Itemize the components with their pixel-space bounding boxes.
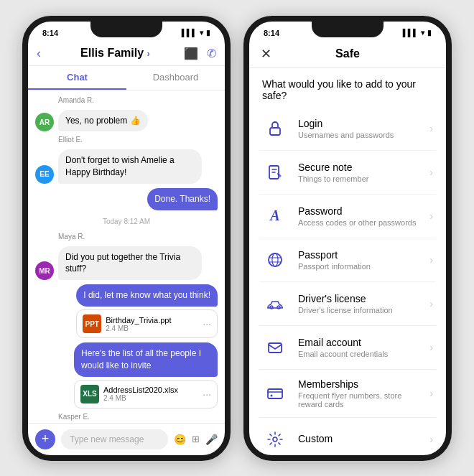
header-actions: ⬛ ✆ bbox=[184, 47, 216, 60]
item-title: Driver's license bbox=[298, 293, 419, 304]
voice-call-icon[interactable]: ✆ bbox=[207, 47, 216, 60]
message-placeholder: Type new message bbox=[70, 434, 159, 444]
image-icon[interactable]: ⊞ bbox=[192, 434, 200, 445]
message-bubble-own: Here's the list of all the people I woul… bbox=[74, 342, 218, 377]
file-size: 2.4 MB bbox=[106, 325, 198, 332]
chevron-right-icon: › bbox=[429, 210, 433, 222]
safe-item-text: Custom bbox=[298, 433, 419, 446]
safe-title: Safe bbox=[278, 47, 417, 60]
notch bbox=[90, 22, 162, 37]
status-icons-1: ▌▌▌ ▾ ▮ bbox=[182, 29, 210, 37]
safe-header: ✕ Safe bbox=[249, 42, 446, 68]
mic-icon[interactable]: 🎤 bbox=[205, 434, 218, 445]
message-row: MR Did you put together the Trivia stuff… bbox=[35, 246, 218, 281]
password-icon: A bbox=[262, 203, 288, 229]
tabs-bar: Chat Dashboard bbox=[28, 66, 225, 90]
safe-item-passport[interactable]: Passport Passport information › bbox=[259, 238, 436, 282]
file-attachment[interactable]: PPT Birthday_Trivia.ppt 2.4 MB ··· bbox=[76, 309, 218, 338]
safe-item-text: Memberships Frequent flyer numbers, stor… bbox=[298, 378, 419, 409]
safe-item-login[interactable]: Login Usernames and passwords › bbox=[259, 107, 436, 151]
emoji-icon[interactable]: 😊 bbox=[174, 434, 186, 445]
safe-items-list: Login Usernames and passwords › Secure n… bbox=[249, 107, 446, 455]
item-title: Secure note bbox=[298, 162, 419, 173]
safe-item-text: Driver's license Driver's license inform… bbox=[298, 293, 419, 314]
sender-label: Amanda R. bbox=[58, 96, 218, 104]
email-icon bbox=[262, 335, 288, 360]
item-subtitle: Passport information bbox=[298, 262, 419, 271]
time-2: 8:14 bbox=[264, 29, 279, 37]
video-call-icon[interactable]: ⬛ bbox=[184, 47, 198, 60]
input-icons: 😊 ⊞ 🎤 bbox=[174, 434, 218, 445]
item-subtitle: Driver's license information bbox=[298, 306, 419, 314]
safe-phone: 8:14 ▌▌▌ ▾ ▮ ✕ Safe What would you like … bbox=[243, 16, 452, 461]
message-input[interactable]: Type new message bbox=[61, 429, 168, 449]
svg-point-5 bbox=[277, 306, 280, 309]
notch-2 bbox=[312, 22, 384, 37]
chevron-right-icon: › bbox=[429, 342, 433, 353]
safe-item-drivers-license[interactable]: Driver's license Driver's license inform… bbox=[259, 282, 436, 326]
item-subtitle: Email account credentials bbox=[298, 350, 419, 358]
message-bubble: Don't forget to wish Amelie a Happy Birt… bbox=[58, 149, 202, 184]
chevron-right-icon: › bbox=[429, 298, 433, 309]
chevron-right-icon: › bbox=[429, 434, 433, 445]
battery-icon-2: ▮ bbox=[427, 29, 432, 37]
file-name: Birthday_Trivia.ppt bbox=[106, 316, 198, 325]
battery-icon: ▮ bbox=[206, 29, 210, 37]
safe-item-text: Passport Passport information bbox=[298, 249, 419, 271]
message-bubble: Did you put together the Trivia stuff? bbox=[58, 246, 202, 281]
wifi-icon-2: ▾ bbox=[421, 29, 424, 37]
avatar: AR bbox=[35, 113, 54, 131]
item-subtitle: Things to remember bbox=[298, 174, 419, 183]
svg-rect-6 bbox=[269, 343, 282, 353]
memberships-icon bbox=[262, 381, 288, 406]
secure-note-icon bbox=[262, 159, 288, 185]
safe-item-custom[interactable]: Custom › bbox=[259, 418, 436, 455]
time-1: 8:14 bbox=[42, 29, 58, 37]
safe-item-secure-note[interactable]: Secure note Things to remember › bbox=[259, 151, 436, 195]
message-row-own: Done. Thanks! bbox=[35, 188, 218, 210]
message-row-own: I did, let me know what you think! PPT B… bbox=[35, 284, 218, 338]
svg-point-2 bbox=[269, 253, 282, 266]
message-row: EE Don't forget to wish Amelie a Happy B… bbox=[35, 149, 218, 184]
safe-item-text: Secure note Things to remember bbox=[298, 162, 419, 183]
chevron-right-icon: › bbox=[429, 167, 433, 178]
item-title: Memberships bbox=[298, 378, 419, 390]
file-size: 2.4 MB bbox=[103, 394, 198, 402]
file-more-icon[interactable]: ··· bbox=[203, 388, 211, 400]
item-title: Login bbox=[298, 118, 419, 129]
back-button[interactable]: ‹ bbox=[37, 46, 41, 61]
file-info: Birthday_Trivia.ppt 2.4 MB bbox=[106, 316, 198, 332]
safe-item-memberships[interactable]: Memberships Frequent flyer numbers, stor… bbox=[259, 370, 436, 418]
file-attachment[interactable]: XLS AddressList2020.xlsx 2.4 MB ··· bbox=[74, 380, 218, 409]
file-more-icon[interactable]: ··· bbox=[203, 318, 211, 330]
svg-point-8 bbox=[271, 394, 273, 396]
add-attachment-button[interactable]: + bbox=[35, 429, 55, 449]
avatar: EE bbox=[35, 165, 54, 184]
file-info: AddressList2020.xlsx 2.4 MB bbox=[103, 386, 198, 402]
chevron-right-icon: › bbox=[429, 254, 433, 266]
passport-icon bbox=[262, 247, 288, 273]
sender-label: Kasper E. bbox=[58, 413, 218, 421]
status-icons-2: ▌▌▌ ▾ ▮ bbox=[403, 29, 432, 37]
login-icon bbox=[262, 116, 288, 141]
close-button[interactable]: ✕ bbox=[261, 46, 278, 62]
signal-icon-2: ▌▌▌ bbox=[403, 29, 418, 37]
item-title: Custom bbox=[298, 433, 419, 444]
svg-point-3 bbox=[272, 253, 278, 266]
svg-point-4 bbox=[270, 306, 273, 309]
bubble-group: Here's the list of all the people I woul… bbox=[74, 342, 218, 409]
xlsx-icon: XLS bbox=[80, 385, 99, 403]
chevron-right-icon: › bbox=[429, 388, 433, 399]
tab-chat[interactable]: Chat bbox=[28, 66, 126, 90]
chat-area: Amanda R. AR Yes, no problem 👍 Elliot E.… bbox=[28, 90, 225, 423]
signal-icon: ▌▌▌ bbox=[182, 29, 197, 37]
tab-dashboard[interactable]: Dashboard bbox=[126, 66, 225, 90]
item-title: Passport bbox=[298, 249, 419, 261]
chat-header: ‹ Ellis Family › ⬛ ✆ bbox=[28, 42, 225, 66]
sender-label: Maya R. bbox=[58, 233, 218, 241]
safe-item-email[interactable]: Email account Email account credentials … bbox=[259, 326, 436, 370]
safe-item-password[interactable]: A Password Access codes or other passwor… bbox=[259, 195, 436, 238]
message-row: AR Yes, no problem 👍 bbox=[35, 110, 218, 132]
chat-phone: 8:14 ▌▌▌ ▾ ▮ ‹ Ellis Family › ⬛ ✆ Chat D… bbox=[22, 16, 231, 461]
chat-group-title: Ellis Family › bbox=[47, 47, 184, 60]
